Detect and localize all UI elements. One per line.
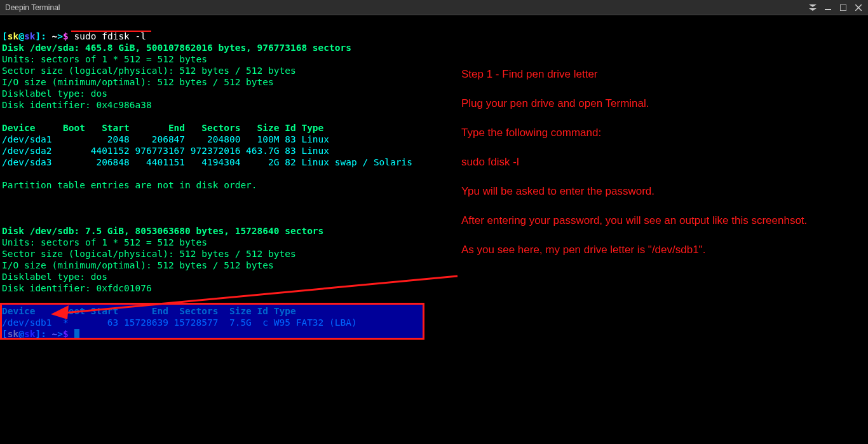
maximize-icon[interactable] <box>839 3 848 12</box>
partition-table-header: Device Boot Start End Sectors Size Id Ty… <box>2 123 323 133</box>
window-titlebar: Deepin Terminal <box>0 0 868 15</box>
disk-sda-header: Disk /dev/sda: 465.8 GiB, 500107862016 b… <box>2 43 351 53</box>
partition-row: /dev/sda1 2048 206847 204800 100M 83 Lin… <box>2 134 329 144</box>
instruction-line: After entering your password, you will s… <box>461 214 849 228</box>
menu-icon[interactable] <box>808 3 817 12</box>
instruction-line: Ypu will be asked to enter the password. <box>461 184 849 198</box>
partition-row: /dev/sdb1 * 63 15728639 15728577 7.5G c … <box>2 317 357 328</box>
window-title: Deepin Terminal <box>5 2 60 13</box>
instruction-line: Plug your pen drive and open Terminal. <box>461 97 849 111</box>
instruction-step: Step 1 - Find pen drive letter <box>461 67 849 81</box>
command-text: sudo fdisk -l <box>74 31 147 41</box>
command-underline-annotation <box>71 31 151 32</box>
instruction-line: Type the following command: <box>461 126 849 140</box>
svg-rect-1 <box>840 4 846 11</box>
partition-row: /dev/sda3 206848 4401151 4194304 2G 82 L… <box>2 157 412 167</box>
instruction-line: As you see here, my pen drive letter is … <box>461 243 849 257</box>
minimize-icon[interactable] <box>824 3 832 12</box>
partition-row: /dev/sda2 4401152 976773167 972372016 46… <box>2 146 329 156</box>
partition-table-header: Device Boot Start End Sectors Size Id Ty… <box>2 306 296 316</box>
disk-sdb-header: Disk /dev/sdb: 7.5 GiB, 8053063680 bytes… <box>2 226 323 236</box>
instructions-overlay: Step 1 - Find pen drive letter Plug your… <box>461 67 849 272</box>
terminal-cursor <box>74 329 79 339</box>
svg-rect-0 <box>825 9 831 10</box>
instruction-line: sudo fdisk -l <box>461 155 849 169</box>
close-icon[interactable] <box>854 3 863 12</box>
